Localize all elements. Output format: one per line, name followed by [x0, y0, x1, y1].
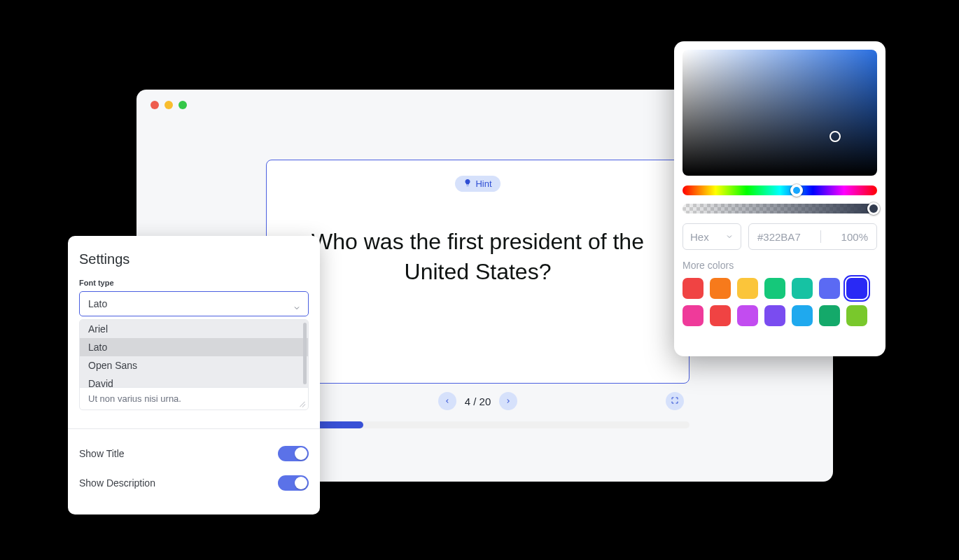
color-value-row: Hex #322BA7 100% — [682, 223, 877, 250]
swatch-red[interactable] — [682, 278, 704, 299]
swatch-blue[interactable] — [846, 278, 867, 299]
show-title-label: Show Title — [79, 448, 125, 459]
fullscreen-button[interactable] — [666, 392, 684, 410]
resize-handle-icon[interactable] — [298, 400, 305, 407]
close-window-icon[interactable] — [150, 101, 159, 109]
settings-panel: Settings Font type Lato Ariel Lato Open … — [68, 236, 320, 514]
pager: 4 / 20 — [266, 392, 690, 410]
settings-title: Settings — [79, 251, 309, 267]
swatch-magenta[interactable] — [737, 305, 758, 326]
font-type-dropdown: Ariel Lato Open Sans David Ut non varius… — [79, 319, 309, 410]
color-mode-label: Hex — [690, 231, 709, 243]
toggle-knob — [295, 477, 307, 489]
swatch-red2[interactable] — [710, 305, 731, 326]
font-option-david[interactable]: David — [80, 374, 308, 387]
color-mode-select[interactable]: Hex — [682, 223, 741, 250]
font-option-ariel[interactable]: Ariel — [80, 320, 308, 338]
font-option-open-sans[interactable]: Open Sans — [80, 356, 308, 374]
expand-icon — [671, 395, 679, 407]
show-description-row: Show Description — [79, 468, 309, 498]
swatch-pink[interactable] — [682, 305, 704, 326]
swatch-purple[interactable] — [764, 305, 785, 326]
show-title-toggle[interactable] — [278, 446, 309, 461]
swatch-green[interactable] — [764, 278, 785, 299]
swatch-teal[interactable] — [792, 278, 813, 299]
font-type-label: Font type — [79, 279, 309, 287]
next-button[interactable] — [499, 392, 517, 410]
hex-input[interactable]: #322BA7 100% — [748, 223, 877, 250]
lightbulb-icon — [463, 178, 472, 189]
show-description-toggle[interactable] — [278, 475, 309, 491]
font-type-value: Lato — [88, 298, 107, 309]
color-picker-panel: Hex #322BA7 100% More colors — [674, 41, 886, 356]
swatch-yellow[interactable] — [737, 278, 758, 299]
hue-slider[interactable] — [682, 186, 877, 195]
window-controls — [150, 101, 187, 109]
sv-cursor-icon[interactable] — [830, 131, 841, 142]
swatch-orange[interactable] — [710, 278, 731, 299]
prev-button[interactable] — [438, 392, 456, 410]
swatch-sky[interactable] — [792, 305, 813, 326]
hex-value: #322BA7 — [757, 231, 801, 243]
font-option-lato[interactable]: Lato — [80, 338, 308, 356]
font-options-list: Ariel Lato Open Sans David — [80, 320, 308, 387]
saturation-value-area[interactable] — [682, 50, 877, 176]
color-palette — [682, 278, 877, 326]
swatch-indigo[interactable] — [819, 278, 840, 299]
chevron-down-icon — [725, 231, 734, 243]
alpha-slider[interactable] — [682, 204, 877, 214]
font-custom-input[interactable]: Ut non varius nisi urna. — [80, 387, 308, 410]
maximize-window-icon[interactable] — [178, 101, 187, 109]
toggle-knob — [295, 447, 307, 460]
hue-thumb[interactable] — [790, 184, 803, 197]
more-colors-label: More colors — [682, 260, 877, 271]
swatch-emerald[interactable] — [819, 305, 840, 326]
hint-button[interactable]: Hint — [455, 176, 500, 192]
hint-label: Hint — [475, 178, 491, 189]
progress-bar — [266, 421, 690, 428]
page-indicator: 4 / 20 — [465, 396, 491, 407]
minimize-window-icon[interactable] — [164, 101, 173, 109]
chevron-right-icon — [505, 395, 512, 407]
scrollbar[interactable] — [303, 323, 307, 384]
font-custom-input-text: Ut non varius nisi urna. — [88, 393, 181, 404]
divider — [820, 230, 821, 243]
chevron-left-icon — [444, 395, 451, 407]
alpha-thumb[interactable] — [867, 202, 880, 215]
font-type-select[interactable]: Lato — [79, 291, 309, 316]
divider — [68, 428, 320, 429]
show-title-row: Show Title — [79, 439, 309, 468]
question-card: Hint Who was the first president of the … — [266, 160, 690, 384]
opacity-value: 100% — [841, 231, 868, 243]
swatch-lime[interactable] — [846, 305, 867, 326]
show-description-label: Show Description — [79, 477, 155, 489]
question-text: Who was the first president of the Unite… — [281, 227, 675, 287]
